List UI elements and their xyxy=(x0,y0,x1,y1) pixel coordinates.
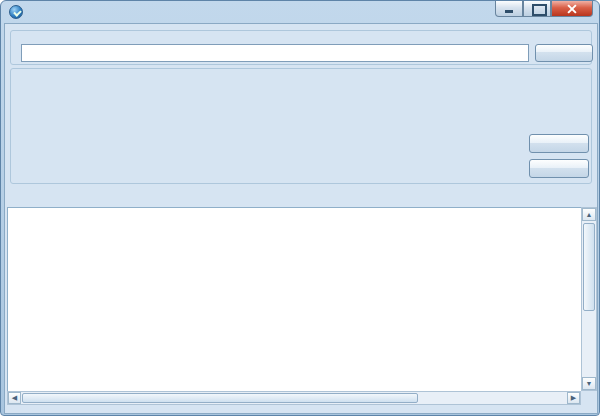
app-icon xyxy=(9,5,23,19)
dialog-window: ▲ ▼ ◀ ▶ xyxy=(0,0,600,416)
maximize-icon[interactable] xyxy=(523,1,551,17)
content-fix-button[interactable] xyxy=(529,159,589,178)
scroll-right-icon[interactable]: ▶ xyxy=(567,392,580,404)
verify-button[interactable] xyxy=(529,134,589,153)
close-icon[interactable] xyxy=(551,1,593,17)
horizontal-scroll-thumb[interactable] xyxy=(22,393,418,403)
dialog-body: ▲ ▼ ◀ ▶ xyxy=(4,23,598,414)
scroll-down-icon[interactable]: ▼ xyxy=(582,377,596,390)
compare-grid xyxy=(7,207,581,405)
vertical-scrollbar[interactable]: ▲ ▼ xyxy=(581,207,597,391)
horizontal-scrollbar[interactable]: ◀ ▶ xyxy=(7,391,581,405)
scroll-left-icon[interactable]: ◀ xyxy=(8,392,21,404)
options-groupbox xyxy=(10,68,592,184)
file-path-input[interactable] xyxy=(21,44,529,62)
minimize-icon[interactable] xyxy=(495,1,523,17)
material-row xyxy=(11,177,593,191)
browse-button[interactable] xyxy=(535,44,593,62)
file-groupbox xyxy=(10,30,592,65)
scroll-up-icon[interactable]: ▲ xyxy=(582,208,596,221)
vertical-scroll-thumb[interactable] xyxy=(583,223,595,311)
